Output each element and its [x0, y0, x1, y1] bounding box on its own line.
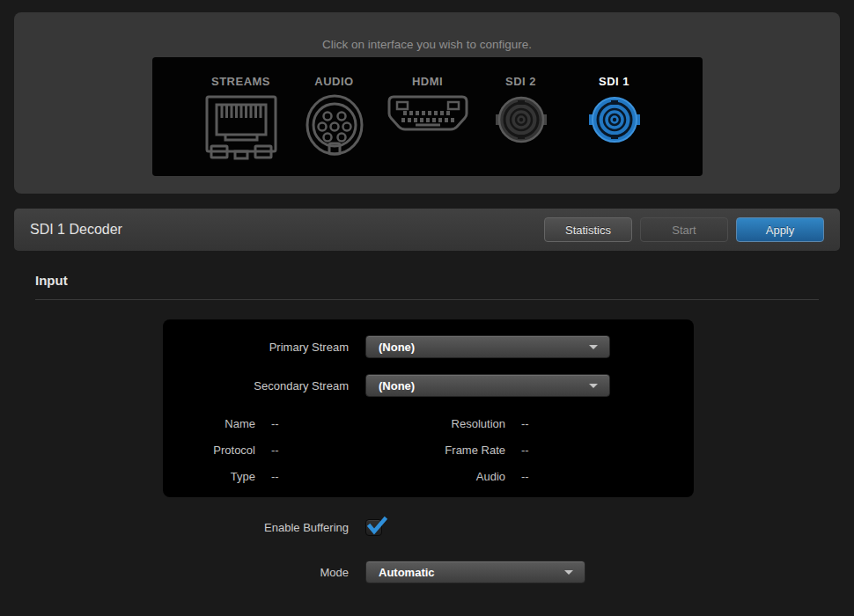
hdmi-port-icon — [386, 94, 470, 138]
protocol-value: -- — [255, 444, 380, 457]
secondary-stream-value: (None) — [366, 379, 415, 392]
secondary-stream-row: Secondary Stream (None) — [163, 374, 694, 397]
mode-row: Mode Automatic — [163, 561, 585, 583]
audio-label: Audio — [380, 470, 505, 483]
connector-streams[interactable]: STREAMS — [195, 57, 288, 176]
frame-rate-label: Frame Rate — [380, 444, 505, 457]
connector-sdi1-label: SDI 1 — [599, 75, 629, 89]
statistics-button[interactable]: Statistics — [544, 217, 632, 242]
connector-audio-label: AUDIO — [314, 75, 353, 89]
resolution-value: -- — [505, 417, 529, 430]
chevron-down-icon — [589, 345, 598, 349]
start-button[interactable]: Start — [640, 217, 728, 242]
instruction-text: Click on interface you wish to configure… — [14, 38, 840, 51]
connector-audio[interactable]: AUDIO — [288, 57, 381, 176]
audio-value: -- — [505, 470, 529, 483]
primary-stream-value: (None) — [366, 341, 415, 354]
chevron-down-icon — [589, 384, 598, 388]
frame-rate-value: -- — [505, 444, 529, 457]
mode-select[interactable]: Automatic — [365, 561, 585, 583]
page-title: SDI 1 Decoder — [30, 209, 122, 251]
device-rear-panel: STREAMS AUDIO — [152, 57, 703, 176]
name-value: -- — [255, 417, 380, 430]
secondary-stream-label: Secondary Stream — [163, 379, 349, 392]
mode-label: Mode — [163, 566, 349, 579]
info-row-3: Type -- Audio -- — [163, 468, 694, 484]
bnc-connector-icon — [496, 94, 547, 145]
enable-buffering-checkbox[interactable] — [365, 519, 382, 536]
section-divider — [35, 299, 819, 300]
enable-buffering-label: Enable Buffering — [163, 521, 349, 534]
input-form-panel: Primary Stream (None) Secondary Stream (… — [163, 319, 694, 497]
check-icon — [367, 517, 387, 534]
decoder-header-bar: SDI 1 Decoder Statistics Start Apply — [14, 209, 840, 251]
resolution-label: Resolution — [380, 417, 505, 430]
info-row-1: Name -- Resolution -- — [163, 415, 694, 431]
primary-stream-label: Primary Stream — [163, 341, 349, 354]
connector-streams-label: STREAMS — [211, 75, 270, 89]
connector-sdi2-label: SDI 2 — [505, 75, 536, 89]
connector-hdmi-label: HDMI — [412, 75, 443, 89]
header-button-group: Statistics Start Apply — [544, 217, 824, 242]
type-label: Type — [163, 470, 255, 483]
interface-selector-panel: Click on interface you wish to configure… — [14, 12, 840, 194]
rj45-ethernet-icon — [204, 94, 278, 161]
primary-stream-row: Primary Stream (None) — [163, 335, 694, 358]
apply-button[interactable]: Apply — [736, 217, 824, 242]
connector-hdmi[interactable]: HDMI — [381, 57, 475, 176]
connector-sdi1[interactable]: SDI 1 — [568, 57, 661, 176]
primary-stream-select[interactable]: (None) — [365, 335, 610, 358]
bnc-connector-selected-icon — [589, 94, 640, 145]
din-audio-icon — [305, 94, 364, 158]
type-value: -- — [255, 470, 380, 483]
input-section-title: Input — [35, 273, 68, 288]
name-label: Name — [163, 417, 255, 430]
info-row-2: Protocol -- Frame Rate -- — [163, 442, 694, 458]
mode-value: Automatic — [366, 566, 435, 579]
protocol-label: Protocol — [163, 444, 255, 457]
connector-sdi2[interactable]: SDI 2 — [475, 57, 568, 176]
secondary-stream-select[interactable]: (None) — [365, 374, 610, 397]
chevron-down-icon — [564, 570, 573, 575]
enable-buffering-row: Enable Buffering — [163, 519, 382, 536]
